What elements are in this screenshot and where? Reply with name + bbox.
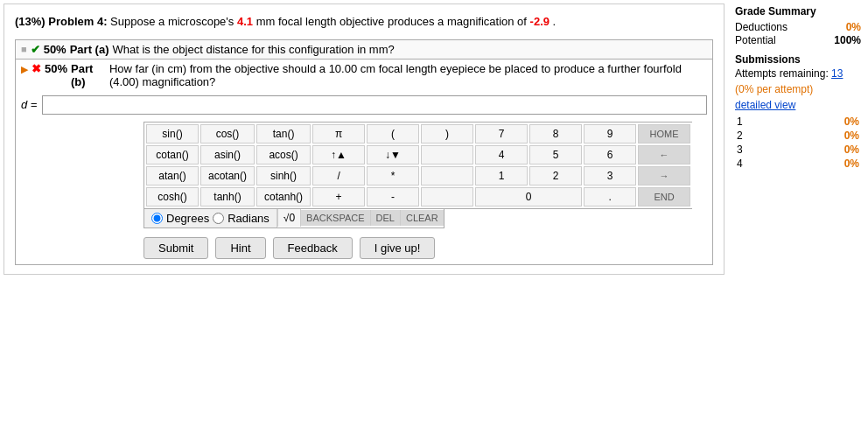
- end-button[interactable]: END: [638, 187, 690, 206]
- close-paren-button[interactable]: ): [421, 124, 473, 144]
- asin-button[interactable]: asin(): [200, 145, 255, 164]
- problem-header: (13%) Problem 4: Suppose a microscope's …: [15, 13, 713, 31]
- num-3-button[interactable]: 3: [584, 166, 636, 186]
- cotan-button[interactable]: cotan(): [146, 145, 199, 164]
- deductions-value: 0%: [846, 21, 861, 33]
- del-button[interactable]: DEL: [371, 210, 401, 226]
- radians-radio[interactable]: [213, 213, 224, 224]
- sinh-button[interactable]: sinh(): [256, 166, 311, 186]
- magnification-value: -2.9: [530, 15, 550, 28]
- tan-button[interactable]: tan(): [256, 124, 311, 144]
- problem-number: (13%) Problem 4:: [15, 15, 107, 28]
- attempts-note: Attempts remaining: 13: [735, 67, 861, 80]
- part-b-question: How far (in cm) from the objective shoul…: [109, 62, 707, 88]
- radians-label: Radians: [228, 212, 270, 225]
- slash-button[interactable]: /: [312, 166, 365, 186]
- feedback-button[interactable]: Feedback: [273, 237, 353, 259]
- cosh-button[interactable]: cosh(): [146, 187, 199, 206]
- part-b-x-icon: ✖: [32, 62, 41, 75]
- pi-button[interactable]: π: [312, 124, 365, 144]
- acos-button[interactable]: acos(): [256, 145, 311, 164]
- submission-row-2: 2 0%: [735, 129, 861, 143]
- answer-input[interactable]: [42, 95, 707, 115]
- num-8-button[interactable]: 8: [529, 124, 582, 144]
- home-button[interactable]: HOME: [638, 124, 690, 144]
- cos-button[interactable]: cos(): [200, 124, 255, 144]
- atan-button[interactable]: atan(): [146, 166, 199, 186]
- triangle-icon: ▶: [21, 64, 28, 75]
- part-b-label: Part (b): [71, 62, 106, 88]
- attempts-value[interactable]: 13: [831, 67, 843, 80]
- deductions-row: Deductions 0%: [735, 21, 861, 33]
- degrees-label: Degrees: [166, 212, 209, 225]
- grade-summary-title: Grade Summary: [735, 5, 861, 18]
- calc-bottom-row: Degrees Radians √0 BACKSPACE DEL CLEAR: [144, 209, 707, 228]
- num-5-button[interactable]: 5: [529, 145, 582, 164]
- submission-row-1: 1 0%: [735, 115, 861, 129]
- left-arrow-button[interactable]: ←: [638, 145, 690, 164]
- potential-label: Potential: [735, 34, 776, 46]
- part-a-section: ■ ✔ 50% Part (a) What is the object dist…: [15, 39, 713, 60]
- hint-button[interactable]: Hint: [215, 237, 265, 259]
- num-0-button[interactable]: 0: [475, 187, 582, 206]
- submission-row-3: 3 0%: [735, 143, 861, 157]
- part-a-weight: 50%: [44, 43, 66, 56]
- detailed-view-link[interactable]: detailed view: [735, 99, 861, 111]
- attempts-label: Attempts remaining:: [735, 67, 829, 80]
- potential-row: Potential 100%: [735, 34, 861, 46]
- action-buttons: Submit Hint Feedback I give up!: [144, 237, 707, 259]
- up-button[interactable]: ↑▲: [312, 145, 365, 164]
- tanh-button[interactable]: tanh(): [200, 187, 255, 206]
- submissions-title: Submissions: [735, 53, 861, 66]
- multiply-button[interactable]: *: [367, 166, 419, 186]
- input-row: d =: [21, 95, 707, 115]
- submissions-table: 1 0% 2 0% 3 0% 4 0%: [735, 115, 861, 171]
- part-b-weight: 50%: [45, 62, 67, 75]
- sqrt-button[interactable]: √0: [277, 209, 301, 227]
- decimal-button[interactable]: .: [584, 187, 636, 206]
- num-7-button[interactable]: 7: [475, 124, 528, 144]
- calc-functions-table: sin() cos() tan() π ( ) 7 8 9 HOME: [144, 122, 692, 209]
- cotanh-button[interactable]: cotanh(): [256, 187, 311, 206]
- give-up-button[interactable]: I give up!: [360, 237, 436, 259]
- input-label: d =: [21, 98, 37, 111]
- num-6-button[interactable]: 6: [584, 145, 636, 164]
- backspace-button[interactable]: BACKSPACE: [301, 210, 370, 226]
- open-paren-button[interactable]: (: [367, 124, 419, 144]
- acotan-button[interactable]: acotan(): [200, 166, 255, 186]
- num-9-button[interactable]: 9: [584, 124, 636, 144]
- part-b-section: ▶ ✖ 50% Part (b) How far (in cm) from th…: [15, 60, 713, 265]
- sin-button[interactable]: sin(): [146, 124, 199, 144]
- submission-row-4: 4 0%: [735, 157, 861, 171]
- sidebar: Grade Summary Deductions 0% Potential 10…: [728, 0, 868, 278]
- potential-value: 100%: [834, 34, 861, 46]
- part-a-question: What is the object distance for this con…: [112, 43, 394, 56]
- focal-length-value: 4.1: [237, 15, 253, 28]
- submit-button[interactable]: Submit: [144, 237, 208, 259]
- right-arrow-button[interactable]: →: [638, 166, 690, 186]
- plus-button[interactable]: +: [312, 187, 365, 206]
- down-button[interactable]: ↓▼: [367, 145, 419, 164]
- part-a-label: Part (a): [70, 43, 109, 56]
- clear-button[interactable]: CLEAR: [401, 210, 444, 226]
- minus-button[interactable]: -: [367, 187, 419, 206]
- num-4-button[interactable]: 4: [475, 145, 528, 164]
- checkbox-icon: ■: [21, 44, 27, 54]
- deductions-label: Deductions: [735, 21, 788, 33]
- num-1-button[interactable]: 1: [475, 166, 528, 186]
- part-a-check-icon: ✔: [31, 43, 40, 56]
- degrees-radio[interactable]: [151, 213, 163, 224]
- calculator: sin() cos() tan() π ( ) 7 8 9 HOME: [144, 122, 707, 209]
- num-2-button[interactable]: 2: [529, 166, 582, 186]
- per-attempt-note: (0% per attempt): [735, 83, 861, 95]
- degrees-radians-selector: Degrees Radians: [144, 209, 277, 228]
